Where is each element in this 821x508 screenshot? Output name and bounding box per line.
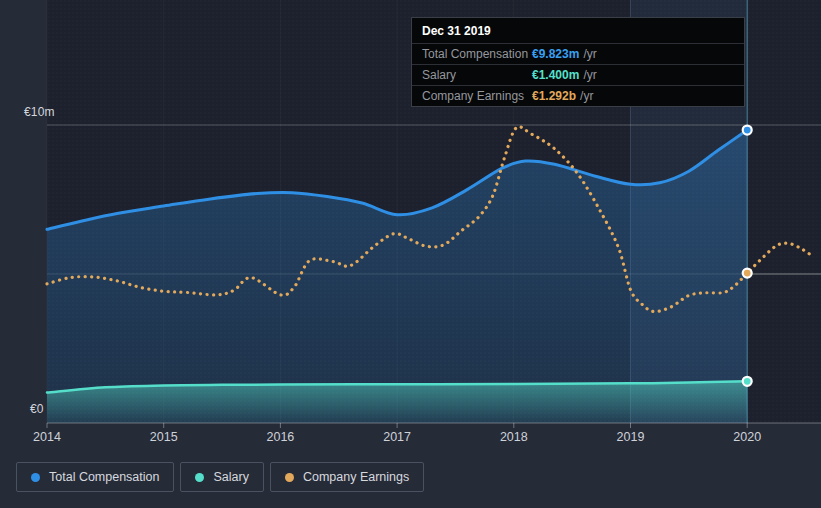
y-axis-label-bottom: €0 bbox=[30, 402, 44, 416]
tooltip-label: Total Compensation bbox=[422, 47, 532, 61]
tooltip-value: €1.400m bbox=[532, 68, 579, 82]
x-axis-label: 2015 bbox=[142, 430, 186, 444]
tooltip-row-salary: Salary €1.400m /yr bbox=[412, 64, 744, 85]
tooltip-row-total-compensation: Total Compensation €9.823m /yr bbox=[412, 43, 744, 64]
x-axis-label: 2014 bbox=[25, 430, 69, 444]
legend-item-total-compensation[interactable]: Total Compensation bbox=[16, 462, 174, 492]
legend-label: Company Earnings bbox=[303, 470, 409, 484]
chart-tooltip: Dec 31 2019 Total Compensation €9.823m /… bbox=[411, 17, 745, 107]
tooltip-unit: /yr bbox=[583, 68, 596, 82]
legend-label: Total Compensation bbox=[49, 470, 159, 484]
x-axis-label: 2020 bbox=[725, 430, 769, 444]
compensation-chart-page: { "tooltip": { "date": "Dec 31 2019", "r… bbox=[0, 0, 821, 508]
tooltip-unit: /yr bbox=[580, 89, 593, 103]
legend-item-salary[interactable]: Salary bbox=[180, 462, 263, 492]
y-axis-label-top: €10m bbox=[24, 105, 55, 119]
company-earnings-dot-icon bbox=[285, 473, 294, 482]
tooltip-label: Salary bbox=[422, 68, 532, 82]
tooltip-unit: /yr bbox=[583, 47, 596, 61]
legend-item-company-earnings[interactable]: Company Earnings bbox=[270, 462, 424, 492]
tooltip-value: €9.823m bbox=[532, 47, 579, 61]
tooltip-row-company-earnings: Company Earnings €1.292b /yr bbox=[412, 85, 744, 106]
total-compensation-dot-icon bbox=[31, 473, 40, 482]
tooltip-value: €1.292b bbox=[532, 89, 576, 103]
x-axis-label: 2017 bbox=[375, 430, 419, 444]
legend: Total Compensation Salary Company Earnin… bbox=[16, 462, 424, 492]
tooltip-label: Company Earnings bbox=[422, 89, 532, 103]
tooltip-date: Dec 31 2019 bbox=[412, 18, 744, 43]
x-axis-label: 2018 bbox=[492, 430, 536, 444]
legend-label: Salary bbox=[213, 470, 248, 484]
salary-dot-icon bbox=[195, 473, 204, 482]
chart-area: €10m €0 2014201520162017201820192020 Dec… bbox=[0, 0, 821, 450]
x-axis-label: 2019 bbox=[609, 430, 653, 444]
x-axis-label: 2016 bbox=[258, 430, 302, 444]
